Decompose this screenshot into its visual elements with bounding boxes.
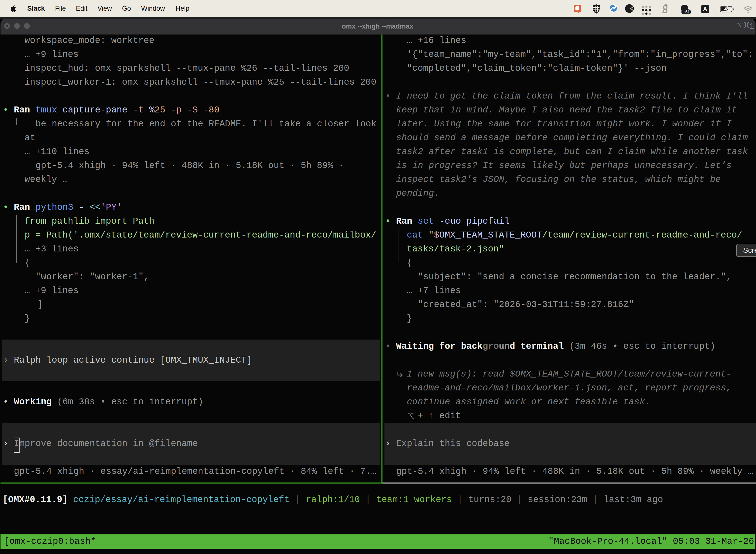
svg-text:A: A [703, 6, 707, 12]
svg-text:..61: ..61 [683, 10, 690, 14]
